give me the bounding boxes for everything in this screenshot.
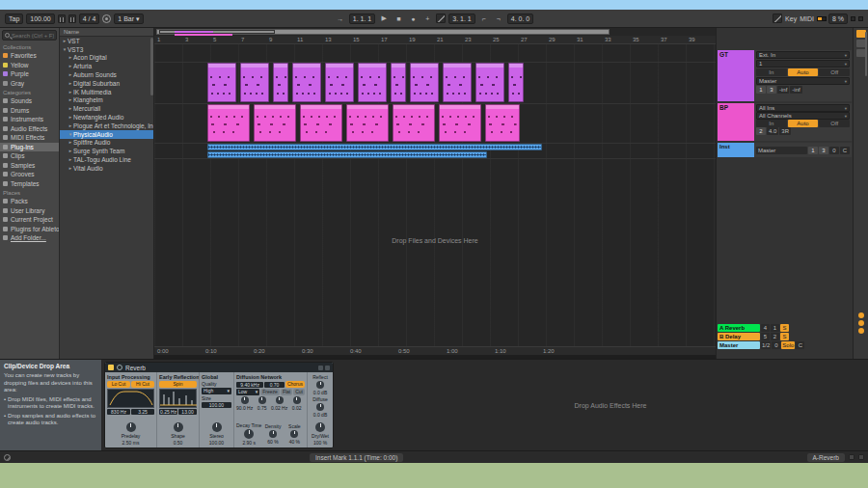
beat-time-ruler[interactable]: 1357911131517192123252729313335373941 xyxy=(154,36,716,44)
browser-scrollbar[interactable] xyxy=(150,38,153,95)
decay-knob[interactable] xyxy=(244,429,254,439)
send-indicator[interactable]: 3 xyxy=(819,147,828,154)
sidebar-item-templates[interactable]: Templates xyxy=(0,179,59,189)
hot-swap-icon[interactable] xyxy=(318,366,323,370)
play-button[interactable]: ▶ xyxy=(378,14,390,22)
clip[interactable] xyxy=(254,104,296,142)
input-channel-chooser[interactable]: All Channels▾ xyxy=(756,112,850,120)
master-track[interactable]: Master 1/2 0 Solo C xyxy=(718,341,852,349)
clip[interactable] xyxy=(240,63,269,102)
clip[interactable] xyxy=(207,144,542,150)
browser-item-klanghelm[interactable]: ►Klanghelm xyxy=(60,96,153,105)
stop-button[interactable]: ■ xyxy=(393,15,404,22)
clip[interactable] xyxy=(439,104,481,142)
return-box[interactable]: 1 xyxy=(771,324,779,332)
master-output-chooser[interactable]: 1/2 xyxy=(761,341,771,349)
lf-freq-knob[interactable] xyxy=(241,396,249,404)
key-map-button[interactable]: Key xyxy=(785,15,797,22)
io-show-toggle[interactable] xyxy=(856,30,866,38)
clip[interactable] xyxy=(393,104,435,142)
arrangement-position-display[interactable]: 1. 1. 1 xyxy=(349,14,375,24)
send-indicator[interactable]: 3 xyxy=(767,86,776,94)
monitor-off[interactable]: Off xyxy=(819,120,850,127)
clip[interactable] xyxy=(207,104,250,142)
master-volume-display[interactable]: 0 xyxy=(772,341,780,349)
pan-display[interactable]: -inf xyxy=(790,86,801,94)
mixer-show-toggle[interactable] xyxy=(856,49,866,57)
track-header-gt[interactable]: GT Ext. In▾ 1▾ In Auto Off Master▾ 1 3 -… xyxy=(718,50,852,101)
clip[interactable] xyxy=(358,63,387,102)
chorus-toggle[interactable]: Chorus xyxy=(285,381,305,388)
clip[interactable] xyxy=(485,104,520,142)
browser-item-digital-suburban[interactable]: ►Digital Suburban xyxy=(60,79,153,88)
return-color-block[interactable]: A Reverb xyxy=(718,324,760,332)
clip[interactable] xyxy=(207,151,487,158)
hi-cut-toggle[interactable]: Hi Cut xyxy=(131,381,154,388)
clip[interactable] xyxy=(292,63,321,102)
clip[interactable] xyxy=(273,63,288,102)
lo-cut-freq[interactable]: 830 Hz xyxy=(107,409,130,415)
quantization-menu[interactable]: 1 Bar ▾ xyxy=(114,14,143,24)
sidebar-item-yellow[interactable]: Yellow xyxy=(0,61,59,70)
midi-map-button[interactable]: MIDI xyxy=(800,15,814,22)
cue-circle-icon[interactable] xyxy=(858,312,864,318)
sidebar-item-plug-ins[interactable]: Plug-Ins xyxy=(0,143,59,152)
overdub-button[interactable]: + xyxy=(421,15,433,22)
clip[interactable] xyxy=(475,63,504,102)
track-color-block[interactable]: BP xyxy=(718,103,754,141)
volume-display[interactable]: 4.0 xyxy=(767,127,778,135)
volume-display[interactable]: 0 xyxy=(829,147,839,154)
search-input[interactable] xyxy=(12,33,54,39)
sidebar-item-samples[interactable]: Samples xyxy=(0,161,59,171)
loop-length-display[interactable]: 4. 0. 0 xyxy=(507,14,533,24)
vertical-scrollbar[interactable] xyxy=(865,32,867,76)
scale-knob[interactable] xyxy=(290,430,298,438)
punch-position-display[interactable]: 3. 1. 1 xyxy=(448,14,475,24)
tempo-display[interactable]: 100.00 xyxy=(26,14,54,24)
input-type-chooser[interactable]: All Ins▾ xyxy=(756,104,850,112)
track-activator[interactable]: 1 xyxy=(808,147,818,154)
mod-amount-knob[interactable] xyxy=(293,396,301,404)
monitor-auto[interactable]: Auto xyxy=(788,120,819,127)
arrangement-view[interactable]: 1357911131517192123252729313335373941 Dr… xyxy=(154,28,716,359)
return-box[interactable]: 2 xyxy=(771,333,779,340)
track-activator[interactable]: 1 xyxy=(756,86,766,94)
browser-search-box[interactable] xyxy=(2,30,57,41)
lf-gain-knob[interactable] xyxy=(258,396,266,404)
horizontal-scrollbar[interactable] xyxy=(154,355,716,359)
track-color-block[interactable]: GT xyxy=(718,50,754,101)
browser-item-vital-audio[interactable]: ►Vital Audio xyxy=(60,164,153,173)
clip[interactable] xyxy=(443,63,472,102)
cue-circle-icon[interactable] xyxy=(858,328,864,334)
punch-out-toggle[interactable]: ¬ xyxy=(493,15,504,22)
device-title-bar[interactable]: Reverb xyxy=(105,363,333,372)
sidebar-item-grooves[interactable]: Grooves xyxy=(0,170,59,179)
return-solo-button[interactable]: S xyxy=(780,333,789,340)
track-header-bp[interactable]: BP All Ins▾ All Channels▾ In Auto Off 2 … xyxy=(718,103,852,141)
cue-circle-icon[interactable] xyxy=(858,320,864,326)
sidebar-item-purple[interactable]: Purple xyxy=(0,69,59,79)
monitor-auto[interactable]: Auto xyxy=(788,68,819,76)
return-box[interactable]: 5 xyxy=(761,333,770,340)
return-track-a[interactable]: A Reverb 4 1 S xyxy=(718,324,852,332)
sidebar-item-add-folder[interactable]: Add Folder... xyxy=(0,233,59,243)
volume-display[interactable]: -inf xyxy=(777,86,789,94)
sidebar-item-midi-effects[interactable]: MIDI Effects xyxy=(0,133,59,143)
master-solo-button[interactable]: Solo xyxy=(781,341,795,349)
follow-toggle-icon[interactable]: → xyxy=(335,15,346,22)
device-on-toggle[interactable] xyxy=(108,365,114,370)
output-chooser[interactable]: Master xyxy=(756,147,807,154)
sidebar-item-user-library[interactable]: User Library xyxy=(0,206,59,216)
input-channel-chooser[interactable]: 1▾ xyxy=(756,60,850,68)
reflect-knob[interactable] xyxy=(316,381,324,389)
browser-item-tal-togu-audio-line[interactable]: ►TAL-Togu Audio Line xyxy=(60,155,153,164)
tap-tempo-button[interactable]: Tap xyxy=(5,14,23,24)
time-ruler[interactable]: 0:000:100:200:300:400:501:001:101:20 xyxy=(154,346,716,355)
sidebar-item-drums[interactable]: Drums xyxy=(0,106,59,116)
stereo-knob[interactable] xyxy=(212,422,222,432)
clip[interactable] xyxy=(508,63,524,102)
track-header-inst[interactable]: Inst Master 1 3 0 C xyxy=(718,143,852,157)
browser-item-ik-multimedia[interactable]: ►IK Multimedia xyxy=(60,88,153,96)
spin-toggle[interactable]: Spin xyxy=(159,381,197,388)
browser-item-vst[interactable]: ►VST xyxy=(60,37,153,45)
